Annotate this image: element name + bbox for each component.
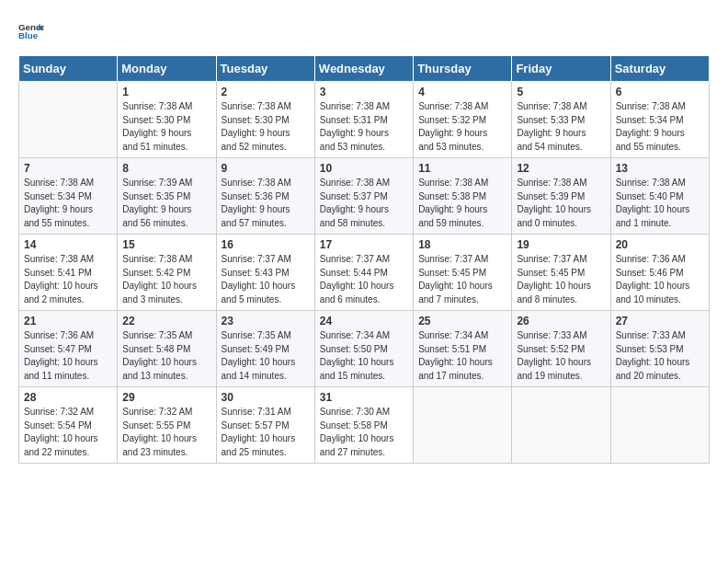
calendar-cell: 6Sunrise: 7:38 AMSunset: 5:34 PMDaylight…: [610, 82, 709, 158]
day-number: 19: [517, 238, 605, 251]
day-info: Sunrise: 7:32 AMSunset: 5:54 PMDaylight:…: [24, 406, 112, 459]
calendar-cell: 3Sunrise: 7:38 AMSunset: 5:31 PMDaylight…: [314, 82, 413, 158]
day-number: 4: [418, 86, 506, 98]
calendar-cell: 17Sunrise: 7:37 AMSunset: 5:44 PMDayligh…: [314, 235, 413, 311]
day-info: Sunrise: 7:38 AMSunset: 5:34 PMDaylight:…: [616, 100, 704, 154]
header: General Blue: [18, 18, 710, 44]
calendar-cell: 2Sunrise: 7:38 AMSunset: 5:30 PMDaylight…: [216, 82, 314, 158]
calendar-cell: 5Sunrise: 7:38 AMSunset: 5:33 PMDaylight…: [512, 82, 610, 158]
calendar-cell: 23Sunrise: 7:35 AMSunset: 5:49 PMDayligh…: [216, 311, 314, 387]
day-number: 18: [418, 238, 506, 251]
day-info: Sunrise: 7:38 AMSunset: 5:31 PMDaylight:…: [320, 100, 408, 154]
day-info: Sunrise: 7:30 AMSunset: 5:58 PMDaylight:…: [320, 406, 408, 459]
day-number: 20: [616, 238, 704, 251]
day-info: Sunrise: 7:33 AMSunset: 5:53 PMDaylight:…: [616, 329, 704, 383]
calendar-cell: 22Sunrise: 7:35 AMSunset: 5:48 PMDayligh…: [118, 311, 216, 387]
calendar-cell: 18Sunrise: 7:37 AMSunset: 5:45 PMDayligh…: [414, 235, 512, 311]
calendar-header-row: SundayMondayTuesdayWednesdayThursdayFrid…: [19, 56, 710, 82]
day-number: 12: [517, 162, 605, 175]
day-info: Sunrise: 7:38 AMSunset: 5:34 PMDaylight:…: [24, 177, 112, 230]
header-friday: Friday: [512, 56, 610, 82]
day-number: 14: [24, 238, 112, 251]
day-info: Sunrise: 7:34 AMSunset: 5:51 PMDaylight:…: [418, 329, 506, 383]
day-number: 1: [122, 86, 210, 98]
calendar-week-row: 7Sunrise: 7:38 AMSunset: 5:34 PMDaylight…: [19, 158, 710, 235]
day-number: 8: [122, 162, 210, 175]
day-info: Sunrise: 7:33 AMSunset: 5:52 PMDaylight:…: [517, 329, 605, 383]
day-info: Sunrise: 7:38 AMSunset: 5:42 PMDaylight:…: [122, 253, 210, 306]
day-info: Sunrise: 7:38 AMSunset: 5:37 PMDaylight:…: [320, 177, 408, 230]
calendar-cell: [610, 387, 709, 464]
calendar-cell: 16Sunrise: 7:37 AMSunset: 5:43 PMDayligh…: [216, 235, 314, 311]
calendar-table: SundayMondayTuesdayWednesdayThursdayFrid…: [18, 55, 710, 464]
calendar-cell: 14Sunrise: 7:38 AMSunset: 5:41 PMDayligh…: [19, 235, 118, 311]
calendar-cell: 27Sunrise: 7:33 AMSunset: 5:53 PMDayligh…: [610, 311, 709, 387]
day-info: Sunrise: 7:32 AMSunset: 5:55 PMDaylight:…: [122, 406, 210, 459]
calendar-cell: [414, 387, 512, 464]
day-info: Sunrise: 7:37 AMSunset: 5:45 PMDaylight:…: [418, 253, 506, 306]
day-number: 30: [222, 391, 310, 404]
calendar-cell: 19Sunrise: 7:37 AMSunset: 5:45 PMDayligh…: [512, 235, 610, 311]
day-number: 22: [122, 315, 210, 327]
day-info: Sunrise: 7:38 AMSunset: 5:30 PMDaylight:…: [222, 100, 310, 154]
day-info: Sunrise: 7:38 AMSunset: 5:41 PMDaylight:…: [24, 253, 112, 306]
day-info: Sunrise: 7:36 AMSunset: 5:46 PMDaylight:…: [616, 253, 704, 306]
calendar-cell: 9Sunrise: 7:38 AMSunset: 5:36 PMDaylight…: [216, 158, 314, 235]
day-number: 9: [222, 162, 310, 175]
calendar-cell: 13Sunrise: 7:38 AMSunset: 5:40 PMDayligh…: [610, 158, 709, 235]
day-info: Sunrise: 7:38 AMSunset: 5:39 PMDaylight:…: [517, 177, 605, 230]
day-info: Sunrise: 7:37 AMSunset: 5:45 PMDaylight:…: [517, 253, 605, 306]
day-info: Sunrise: 7:34 AMSunset: 5:50 PMDaylight:…: [320, 329, 408, 383]
day-info: Sunrise: 7:38 AMSunset: 5:33 PMDaylight:…: [517, 100, 605, 154]
day-info: Sunrise: 7:38 AMSunset: 5:40 PMDaylight:…: [616, 177, 704, 230]
day-number: 25: [418, 315, 506, 327]
svg-text:Blue: Blue: [18, 30, 39, 40]
calendar-cell: [19, 82, 118, 158]
day-number: 11: [418, 162, 506, 175]
day-number: 17: [320, 238, 408, 251]
calendar-cell: 11Sunrise: 7:38 AMSunset: 5:38 PMDayligh…: [414, 158, 512, 235]
calendar-week-row: 21Sunrise: 7:36 AMSunset: 5:47 PMDayligh…: [19, 311, 710, 387]
day-number: 16: [222, 238, 310, 251]
day-number: 7: [24, 162, 112, 175]
day-info: Sunrise: 7:39 AMSunset: 5:35 PMDaylight:…: [122, 177, 210, 230]
day-number: 29: [122, 391, 210, 404]
day-number: 10: [320, 162, 408, 175]
day-number: 27: [616, 315, 704, 327]
day-number: 6: [616, 86, 704, 98]
header-wednesday: Wednesday: [314, 56, 413, 82]
logo: General Blue: [18, 18, 48, 44]
day-number: 24: [320, 315, 408, 327]
calendar-cell: 1Sunrise: 7:38 AMSunset: 5:30 PMDaylight…: [118, 82, 216, 158]
calendar-week-row: 28Sunrise: 7:32 AMSunset: 5:54 PMDayligh…: [19, 387, 710, 464]
day-number: 13: [616, 162, 704, 175]
calendar-cell: 12Sunrise: 7:38 AMSunset: 5:39 PMDayligh…: [512, 158, 610, 235]
day-info: Sunrise: 7:35 AMSunset: 5:49 PMDaylight:…: [222, 329, 310, 383]
day-info: Sunrise: 7:38 AMSunset: 5:30 PMDaylight:…: [122, 100, 210, 154]
calendar-cell: 21Sunrise: 7:36 AMSunset: 5:47 PMDayligh…: [19, 311, 118, 387]
calendar-cell: 28Sunrise: 7:32 AMSunset: 5:54 PMDayligh…: [19, 387, 118, 464]
day-info: Sunrise: 7:37 AMSunset: 5:44 PMDaylight:…: [320, 253, 408, 306]
calendar-cell: 7Sunrise: 7:38 AMSunset: 5:34 PMDaylight…: [19, 158, 118, 235]
day-info: Sunrise: 7:36 AMSunset: 5:47 PMDaylight:…: [24, 329, 112, 383]
day-info: Sunrise: 7:38 AMSunset: 5:38 PMDaylight:…: [418, 177, 506, 230]
calendar-cell: [512, 387, 610, 464]
day-number: 28: [24, 391, 112, 404]
day-number: 5: [517, 86, 605, 98]
day-number: 15: [122, 238, 210, 251]
day-number: 2: [222, 86, 310, 98]
calendar-cell: 29Sunrise: 7:32 AMSunset: 5:55 PMDayligh…: [118, 387, 216, 464]
calendar-week-row: 14Sunrise: 7:38 AMSunset: 5:41 PMDayligh…: [19, 235, 710, 311]
calendar-cell: 25Sunrise: 7:34 AMSunset: 5:51 PMDayligh…: [414, 311, 512, 387]
header-sunday: Sunday: [19, 56, 118, 82]
logo-icon: General Blue: [18, 18, 44, 44]
day-info: Sunrise: 7:38 AMSunset: 5:32 PMDaylight:…: [418, 100, 506, 154]
calendar-cell: 4Sunrise: 7:38 AMSunset: 5:32 PMDaylight…: [414, 82, 512, 158]
day-number: 31: [320, 391, 408, 404]
header-saturday: Saturday: [610, 56, 709, 82]
calendar-cell: 15Sunrise: 7:38 AMSunset: 5:42 PMDayligh…: [118, 235, 216, 311]
calendar-cell: 26Sunrise: 7:33 AMSunset: 5:52 PMDayligh…: [512, 311, 610, 387]
calendar-cell: 10Sunrise: 7:38 AMSunset: 5:37 PMDayligh…: [314, 158, 413, 235]
calendar-cell: 30Sunrise: 7:31 AMSunset: 5:57 PMDayligh…: [216, 387, 314, 464]
day-number: 21: [24, 315, 112, 327]
